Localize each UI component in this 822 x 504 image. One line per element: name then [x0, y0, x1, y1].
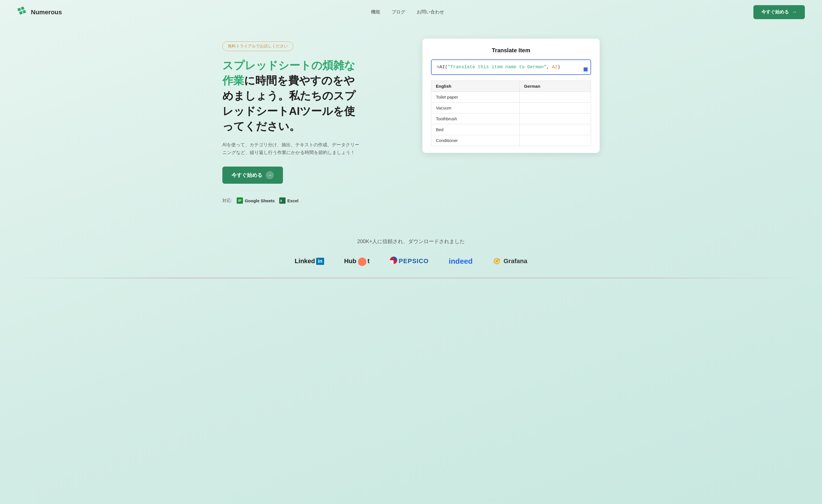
hubspot-text: Hub — [344, 258, 356, 265]
hero-subtext: AIを使って、カテゴリ分け、抽出、テキストの作成、データクリーニングなど、繰り返… — [223, 141, 360, 156]
brand-hubspot: Hub⬤t — [344, 257, 370, 266]
trial-badge: 無料トライアルでお試しください — [223, 41, 293, 51]
hero-cta-label: 今すぐ始める — [232, 172, 262, 178]
compat-excel-badge: X Excel — [279, 197, 298, 204]
compat-excel-label: Excel — [287, 198, 298, 203]
table-cell-de-4 — [519, 135, 591, 146]
compat-gs-label: Google Sheets — [245, 198, 275, 203]
compat-row: 対応: Google Sheets X Excel — [223, 197, 360, 204]
bottom-divider — [17, 278, 805, 279]
svg-line-15 — [497, 260, 499, 260]
linkedin-text: Linked — [295, 258, 315, 265]
nav-cta-arrow-icon: → — [792, 9, 797, 15]
table-cell-en-2: Toothbrush — [431, 113, 520, 124]
hero-cta-button[interactable]: 今すぐ始める → — [223, 166, 283, 184]
logo-icon — [17, 6, 28, 18]
formula-string: "Translate this item name to German" — [448, 65, 546, 70]
formula-prefix: =AI( — [437, 65, 448, 70]
svg-rect-5 — [239, 200, 242, 200]
table-cell-en-1: Vacuum — [431, 103, 520, 113]
hero-heading: スプレッドシートの煩雑な作業に時間を費やすのをやめましょう。私たちのスプレッドシ… — [223, 58, 360, 134]
table-header-german: German — [519, 81, 591, 92]
nav-links: 機能 ブログ お問い合わせ — [371, 9, 444, 15]
indeed-label: indeed — [449, 257, 473, 266]
google-sheets-icon — [237, 197, 243, 204]
table-row: Conditioner — [431, 135, 591, 146]
formula-box: =AI("Translate this item name to German"… — [431, 59, 591, 75]
demo-table: English German Toilet paper Vacuum Tooth… — [431, 81, 591, 146]
demo-card: Translate Item =AI("Translate this item … — [422, 39, 599, 153]
table-row: Toothbrush — [431, 113, 591, 124]
table-cell-en-4: Conditioner — [431, 135, 520, 146]
nav-cta-button[interactable]: 今すぐ始める → — [753, 5, 805, 19]
formula-sep: , — [546, 65, 552, 70]
hero-left: 無料トライアルでお試しください スプレッドシートの煩雑な作業に時間を費やすのをや… — [223, 39, 360, 204]
svg-rect-1 — [21, 6, 24, 10]
table-row: Bed — [431, 124, 591, 135]
nav-link-features[interactable]: 機能 — [371, 9, 380, 15]
table-cell-de-3 — [519, 124, 591, 135]
pepsico-globe-icon — [390, 256, 398, 266]
excel-icon: X — [279, 197, 286, 204]
table-row: Vacuum — [431, 103, 591, 113]
hero-cta-arrow-icon: → — [266, 171, 274, 179]
nav-link-blog[interactable]: ブログ — [392, 9, 405, 15]
brand-pepsico: PEPSICO — [390, 256, 429, 266]
grafana-icon — [493, 257, 501, 265]
svg-point-14 — [498, 259, 500, 260]
svg-text:X: X — [280, 199, 282, 202]
table-cell-en-3: Bed — [431, 124, 520, 135]
linkedin-in: in — [316, 258, 324, 265]
pepsico-label: PEPSICO — [399, 258, 429, 265]
formula-ref: A2 — [552, 65, 557, 70]
compat-gs-badge: Google Sheets — [237, 197, 275, 204]
formula-cursor — [583, 67, 587, 71]
grafana-label: Grafana — [504, 258, 527, 265]
brand-logos: Linkedin Hub⬤t PEPSICO indeed — [17, 256, 805, 266]
compat-label: 対応: — [223, 198, 232, 203]
table-cell-en-0: Toilet paper — [431, 92, 520, 103]
brand-linkedin: Linkedin — [295, 258, 324, 265]
svg-rect-3 — [23, 10, 26, 13]
svg-rect-2 — [19, 11, 23, 14]
formula-suffix: ) — [557, 65, 560, 70]
trust-section: 200K+人に信頼され、ダウンロードされました Linkedin Hub⬤t P… — [0, 221, 822, 278]
nav-cta-label: 今すぐ始める — [761, 9, 789, 15]
brand-grafana: Grafana — [493, 257, 527, 265]
table-cell-de-1 — [519, 103, 591, 113]
table-cell-de-0 — [519, 92, 591, 103]
svg-point-13 — [496, 260, 498, 262]
logo[interactable]: Numerous — [17, 6, 62, 18]
svg-rect-7 — [239, 201, 241, 201]
table-header-english: English — [431, 81, 520, 92]
hubspot-dot: ⬤ — [358, 257, 366, 266]
nav-link-contact[interactable]: お問い合わせ — [417, 9, 444, 15]
table-cell-de-2 — [519, 113, 591, 124]
svg-rect-6 — [239, 200, 242, 200]
demo-card-title: Translate Item — [431, 47, 591, 54]
brand-indeed: indeed — [449, 257, 473, 266]
svg-rect-0 — [17, 8, 21, 11]
table-row: Toilet paper — [431, 92, 591, 103]
hubspot-text2: t — [368, 258, 370, 265]
trust-title: 200K+人に信頼され、ダウンロードされました — [17, 238, 805, 245]
logo-text: Numerous — [31, 9, 62, 16]
hero-right: Translate Item =AI("Translate this item … — [422, 39, 599, 153]
